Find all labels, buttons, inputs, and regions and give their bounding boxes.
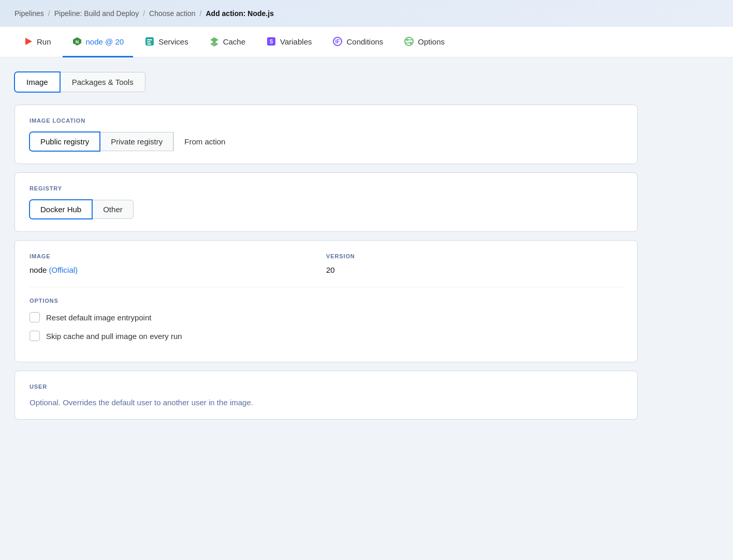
options-section: OPTIONS Reset default image entrypoint S… xyxy=(30,287,623,341)
options-icon xyxy=(404,36,414,47)
tab-variables[interactable]: S Variables xyxy=(257,27,321,57)
main-content: Image Packages & Tools IMAGE LOCATION Pu… xyxy=(0,57,652,443)
tab-variables-label: Variables xyxy=(280,37,312,46)
svg-rect-6 xyxy=(147,43,151,45)
breadcrumb: Pipelines / Pipeline: Build and Deploy /… xyxy=(0,0,733,27)
svg-text:IF: IF xyxy=(335,39,340,45)
image-value: node (Official) xyxy=(30,266,326,274)
option-other[interactable]: Other xyxy=(92,200,134,219)
image-version-card: IMAGE node (Official) VERSION 20 OPTIONS… xyxy=(14,240,638,362)
option-public-registry[interactable]: Public registry xyxy=(30,132,100,151)
user-label: USER xyxy=(30,384,623,390)
image-name: node xyxy=(30,266,47,274)
breadcrumb-choose-action[interactable]: Choose action xyxy=(149,9,196,18)
cache-icon xyxy=(209,36,219,47)
checkbox-reset-label: Reset default image entrypoint xyxy=(46,313,151,322)
version-value: 20 xyxy=(326,266,623,274)
option-docker-hub[interactable]: Docker Hub xyxy=(30,200,92,219)
tab-services-label: Services xyxy=(158,37,188,46)
version-col-label: VERSION xyxy=(326,253,623,259)
tab-options[interactable]: Options xyxy=(394,27,454,57)
checkbox-row-2: Skip cache and pull image on every run xyxy=(30,331,623,341)
sub-tab-image[interactable]: Image xyxy=(14,72,60,92)
image-col: IMAGE node (Official) xyxy=(30,253,326,274)
svg-point-17 xyxy=(409,42,412,44)
svg-point-13 xyxy=(405,37,413,46)
registry-options: Docker Hub Other xyxy=(30,200,623,219)
image-location-options: Public registry Private registry From ac… xyxy=(30,132,623,151)
conditions-icon: IF xyxy=(332,36,343,47)
variables-icon: S xyxy=(266,36,276,47)
breadcrumb-sep-1: / xyxy=(48,9,50,18)
checkbox-reset-entrypoint[interactable] xyxy=(30,312,40,322)
registry-card: REGISTRY Docker Hub Other xyxy=(14,172,638,232)
breadcrumb-sep-2: / xyxy=(143,9,145,18)
image-col-label: IMAGE xyxy=(30,253,326,259)
registry-label: REGISTRY xyxy=(30,185,623,191)
tab-run-label: Run xyxy=(37,37,51,46)
user-placeholder: Optional. Overrides the default user to … xyxy=(30,398,623,407)
svg-marker-0 xyxy=(25,38,32,45)
option-from-action[interactable]: From action xyxy=(173,132,236,151)
image-version-row: IMAGE node (Official) VERSION 20 xyxy=(30,253,623,274)
svg-rect-5 xyxy=(147,41,151,42)
tab-run[interactable]: Run xyxy=(14,27,61,57)
checkbox-skip-cache[interactable] xyxy=(30,331,40,341)
option-private-registry[interactable]: Private registry xyxy=(100,132,173,151)
tabs-bar: Run N node @ 20 Services xyxy=(0,27,733,57)
sub-tab-packages-tools[interactable]: Packages & Tools xyxy=(60,72,145,92)
image-location-label: IMAGE LOCATION xyxy=(30,117,623,124)
breadcrumb-pipeline[interactable]: Pipeline: Build and Deploy xyxy=(54,9,139,18)
options-section-label: OPTIONS xyxy=(30,298,623,304)
breadcrumb-current: Add action: Node.js xyxy=(206,9,273,18)
tab-options-label: Options xyxy=(418,37,445,46)
tab-node[interactable]: N node @ 20 xyxy=(63,27,134,57)
image-official-tag: (Official) xyxy=(49,266,78,274)
checkbox-row-1: Reset default image entrypoint xyxy=(30,312,623,322)
tab-cache[interactable]: Cache xyxy=(200,27,255,57)
checkbox-skip-label: Skip cache and pull image on every run xyxy=(46,332,182,341)
svg-text:N: N xyxy=(75,39,79,45)
user-card: USER Optional. Overrides the default use… xyxy=(14,371,638,420)
tab-conditions[interactable]: IF Conditions xyxy=(323,27,392,57)
tab-services[interactable]: Services xyxy=(135,27,198,57)
tab-conditions-label: Conditions xyxy=(346,37,383,46)
run-icon xyxy=(24,37,33,46)
svg-point-16 xyxy=(406,39,408,41)
sub-tabs: Image Packages & Tools xyxy=(14,72,638,92)
image-location-card: IMAGE LOCATION Public registry Private r… xyxy=(14,105,638,164)
node-icon: N xyxy=(72,36,82,47)
breadcrumb-pipelines[interactable]: Pipelines xyxy=(14,9,44,18)
services-icon xyxy=(144,36,155,47)
version-col: VERSION 20 xyxy=(326,253,623,274)
svg-rect-4 xyxy=(147,39,152,40)
breadcrumb-sep-3: / xyxy=(200,9,202,18)
svg-text:S: S xyxy=(270,39,273,45)
svg-marker-8 xyxy=(210,41,218,47)
tab-cache-label: Cache xyxy=(223,37,245,46)
tab-node-label: node @ 20 xyxy=(86,37,124,46)
